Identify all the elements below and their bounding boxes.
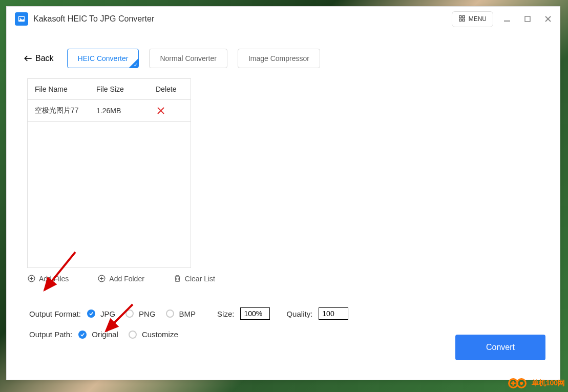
clear-list-button[interactable]: Clear List bbox=[173, 274, 215, 283]
svg-rect-5 bbox=[462, 19, 465, 21]
col-header-name: File Name bbox=[35, 85, 96, 93]
svg-rect-3 bbox=[462, 15, 465, 17]
file-table-empty-area bbox=[28, 122, 191, 267]
app-title: Kakasoft HEIC To JPG Converter bbox=[33, 14, 154, 24]
back-label: Back bbox=[35, 54, 54, 63]
file-size-cell: 1.26MB bbox=[96, 107, 153, 115]
radio-label-bmp[interactable]: BMP bbox=[179, 310, 196, 318]
radio-format-jpg[interactable] bbox=[87, 310, 95, 318]
add-folder-label: Add Folder bbox=[109, 275, 144, 283]
tabs-row: Back HEIC Converter ✓ Normal Converter I… bbox=[7, 31, 560, 78]
app-icon bbox=[15, 12, 28, 26]
tab-image-compressor[interactable]: Image Compressor bbox=[238, 49, 320, 68]
file-name-cell: 空极光图片77 bbox=[35, 106, 96, 115]
file-table-header: File Name File Size Delete bbox=[28, 79, 191, 100]
options-panel: Output Format: JPG PNG BMP Size: Quality… bbox=[7, 283, 560, 339]
menu-label: MENU bbox=[469, 15, 487, 23]
maximize-button[interactable] bbox=[524, 15, 531, 23]
size-label: Size: bbox=[217, 310, 234, 318]
svg-point-21 bbox=[509, 379, 517, 388]
tab-label: Image Compressor bbox=[248, 54, 309, 63]
radio-path-original[interactable] bbox=[78, 331, 87, 339]
svg-rect-7 bbox=[525, 16, 530, 22]
size-input[interactable] bbox=[240, 307, 270, 320]
file-table: File Name File Size Delete 空极光图片77 1.26M… bbox=[27, 78, 191, 268]
output-path-label: Output Path: bbox=[29, 330, 72, 339]
svg-rect-4 bbox=[459, 19, 461, 21]
close-button[interactable] bbox=[544, 15, 552, 23]
clear-list-label: Clear List bbox=[185, 275, 215, 283]
close-icon bbox=[157, 107, 165, 115]
radio-path-customize[interactable] bbox=[129, 331, 137, 339]
col-header-size: File Size bbox=[96, 85, 153, 93]
plus-circle-icon bbox=[27, 274, 36, 283]
tab-normal-converter[interactable]: Normal Converter bbox=[149, 49, 227, 68]
title-bar: Kakasoft HEIC To JPG Converter MENU bbox=[7, 7, 560, 31]
svg-rect-2 bbox=[459, 15, 461, 17]
radio-format-bmp[interactable] bbox=[166, 310, 174, 318]
svg-point-22 bbox=[517, 379, 525, 388]
output-format-row: Output Format: JPG PNG BMP Size: Quality… bbox=[29, 307, 537, 320]
col-header-delete: Delete bbox=[153, 85, 183, 93]
convert-button[interactable]: Convert bbox=[455, 335, 545, 360]
add-files-button[interactable]: Add Files bbox=[27, 274, 69, 283]
add-files-label: Add Files bbox=[39, 275, 69, 283]
tab-label: Normal Converter bbox=[160, 54, 216, 63]
plus-circle-icon bbox=[97, 274, 106, 283]
arrow-left-icon bbox=[23, 53, 33, 64]
window-controls bbox=[503, 15, 552, 23]
trash-icon bbox=[173, 274, 182, 283]
table-row: 空极光图片77 1.26MB bbox=[28, 100, 191, 122]
tab-label: HEIC Converter bbox=[78, 54, 129, 63]
radio-format-png[interactable] bbox=[125, 310, 134, 318]
output-format-label: Output Format: bbox=[29, 310, 81, 318]
radio-label-customize[interactable]: Customize bbox=[142, 330, 178, 339]
add-folder-button[interactable]: Add Folder bbox=[97, 274, 144, 283]
svg-point-1 bbox=[19, 18, 20, 19]
check-icon: ✓ bbox=[134, 63, 138, 68]
back-button[interactable]: Back bbox=[23, 53, 54, 64]
app-window: Kakasoft HEIC To JPG Converter MENU Back… bbox=[6, 6, 560, 380]
menu-grid-icon bbox=[458, 15, 466, 24]
radio-label-png[interactable]: PNG bbox=[139, 310, 156, 318]
quality-label: Quality: bbox=[286, 310, 312, 318]
svg-point-25 bbox=[520, 382, 523, 385]
quality-input[interactable] bbox=[319, 307, 348, 320]
delete-row-button[interactable] bbox=[157, 107, 165, 115]
radio-label-original[interactable]: Original bbox=[92, 330, 118, 339]
file-actions: Add Files Add Folder Clear List bbox=[7, 268, 560, 283]
radio-label-jpg[interactable]: JPG bbox=[100, 310, 115, 318]
tab-heic-converter[interactable]: HEIC Converter ✓ bbox=[67, 49, 139, 68]
minimize-button[interactable] bbox=[503, 15, 511, 23]
menu-button[interactable]: MENU bbox=[452, 11, 493, 27]
